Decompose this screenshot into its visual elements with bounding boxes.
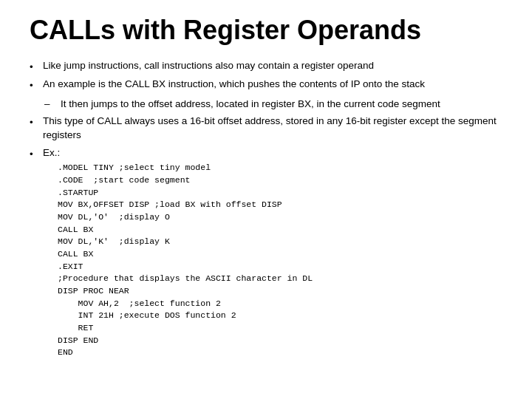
sub-item-1: – It then jumps to the offset address, l… <box>44 98 502 112</box>
bullet-text-2: An example is the CALL BX instruction, w… <box>43 78 502 92</box>
page-title: CALLs with Register Operands <box>30 15 502 46</box>
bullet-text-1: Like jump instructions, call instruction… <box>43 59 502 73</box>
bullet-dot-2: • <box>30 79 37 93</box>
bullet-ex-label: Ex.: <box>43 147 60 158</box>
bullet-ex-content: Ex.: .MODEL TINY ;select tiny model .COD… <box>43 146 313 359</box>
bullet-item-4: • Ex.: .MODEL TINY ;select tiny model .C… <box>30 146 502 359</box>
bullet-item-1: • Like jump instructions, call instructi… <box>30 59 502 75</box>
bullet-dot-3: • <box>30 116 37 130</box>
code-block: .MODEL TINY ;select tiny model .CODE ;st… <box>58 162 313 359</box>
bullet-dot-4: • <box>30 148 37 162</box>
dash-icon: – <box>44 98 55 112</box>
bullet-dot-1: • <box>30 61 37 75</box>
bullet-text-3: This type of CALL always uses a 16-bit o… <box>43 115 502 143</box>
bullet-item-2: • An example is the CALL BX instruction,… <box>30 78 502 93</box>
bullet-section: • Like jump instructions, call instructi… <box>30 59 502 359</box>
bullet-item-3: • This type of CALL always uses a 16-bit… <box>30 115 502 143</box>
sub-item-text-1: It then jumps to the offset address, loc… <box>61 98 502 112</box>
page: CALLs with Register Operands • Like jump… <box>0 0 532 399</box>
